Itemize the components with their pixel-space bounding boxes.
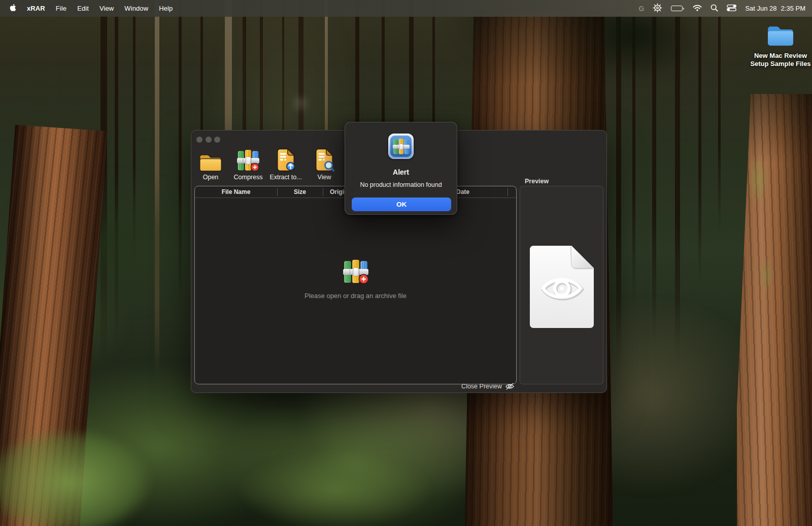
battery-icon[interactable] bbox=[671, 6, 684, 11]
app-g-icon[interactable]: G bbox=[639, 5, 645, 13]
ok-button[interactable]: OK bbox=[352, 198, 451, 211]
xrar-app-icon-inner bbox=[390, 136, 412, 157]
app-menu-xrar[interactable]: xRAR bbox=[27, 5, 45, 12]
preview-panel bbox=[520, 186, 603, 384]
menu-bar-status: G bbox=[639, 3, 812, 14]
alert-message: No product information found bbox=[345, 181, 457, 188]
desktop-folder-new-mac-review[interactable]: New Mac Review Setup Sample Files bbox=[744, 25, 812, 68]
menu-bar-clock[interactable]: Sat Jun 28 2:35 PM bbox=[745, 5, 805, 12]
search-icon[interactable] bbox=[710, 4, 718, 13]
close-preview-label: Close Preview bbox=[461, 383, 502, 390]
wallpaper-shape bbox=[203, 435, 467, 526]
toolbar-open-label: Open bbox=[191, 174, 232, 181]
archive-drop-icon bbox=[343, 257, 368, 285]
close-preview-button[interactable]: Close Preview bbox=[461, 383, 515, 390]
toolbar-open-button[interactable]: Open bbox=[191, 147, 232, 181]
column-header-file-name[interactable]: File Name bbox=[195, 188, 277, 195]
column-divider[interactable] bbox=[323, 188, 323, 196]
menu-window[interactable]: Window bbox=[124, 5, 148, 12]
clock-date: Sat Jun 28 bbox=[745, 5, 776, 12]
compress-archive-icon bbox=[227, 147, 269, 172]
desktop-folder-label: New Mac Review Setup Sample Files bbox=[744, 52, 812, 68]
helm-icon[interactable] bbox=[653, 3, 662, 14]
apple-icon bbox=[10, 4, 16, 12]
control-center-icon[interactable] bbox=[727, 5, 736, 13]
menu-edit[interactable]: Edit bbox=[77, 5, 89, 12]
open-folder-icon bbox=[191, 147, 232, 172]
column-divider[interactable] bbox=[507, 188, 508, 196]
window-zoom-button[interactable] bbox=[214, 137, 220, 143]
toolbar-compress-button[interactable]: Compress bbox=[227, 147, 269, 181]
menu-bar: xRAR File Edit View Window Help G bbox=[0, 0, 812, 17]
alert-title: Alert bbox=[345, 168, 457, 176]
preview-document-icon bbox=[530, 246, 594, 328]
clock-time: 2:35 PM bbox=[781, 5, 805, 12]
window-minimize-button[interactable] bbox=[206, 137, 212, 143]
window-close-button[interactable] bbox=[196, 137, 202, 143]
empty-state-message: Please open or drag an archive file bbox=[304, 292, 407, 300]
file-table: File Name Size Origin Date Please open o… bbox=[194, 186, 517, 384]
menu-bar-left: xRAR File Edit View Window Help bbox=[0, 4, 173, 13]
wifi-icon[interactable] bbox=[693, 5, 702, 13]
wallpaper-shape bbox=[0, 404, 198, 526]
toolbar-extract-button[interactable]: Extract to... bbox=[264, 147, 307, 181]
menu-file[interactable]: File bbox=[56, 5, 66, 12]
view-document-icon bbox=[303, 147, 346, 172]
desktop: New Mac Review Setup Sample Files Open bbox=[0, 0, 812, 526]
toolbar-view-button[interactable]: View bbox=[303, 147, 346, 181]
folder-icon bbox=[767, 40, 794, 48]
toolbar-view-label: View bbox=[303, 174, 346, 181]
column-header-size[interactable]: Size bbox=[277, 188, 323, 195]
extract-document-icon bbox=[264, 147, 307, 172]
eye-slash-icon bbox=[505, 383, 515, 390]
apple-menu[interactable] bbox=[10, 4, 16, 13]
preview-title: Preview bbox=[525, 178, 549, 185]
empty-state: Please open or drag an archive file bbox=[195, 257, 516, 300]
xrar-app-icon bbox=[388, 134, 414, 159]
alert-dialog: Alert No product information found OK bbox=[345, 122, 457, 215]
menu-help[interactable]: Help bbox=[159, 5, 173, 12]
menu-view[interactable]: View bbox=[99, 5, 114, 12]
column-header-date[interactable]: Date bbox=[456, 188, 469, 195]
toolbar-extract-label: Extract to... bbox=[264, 174, 307, 181]
toolbar-compress-label: Compress bbox=[227, 174, 269, 181]
wallpaper-shape bbox=[737, 94, 812, 526]
